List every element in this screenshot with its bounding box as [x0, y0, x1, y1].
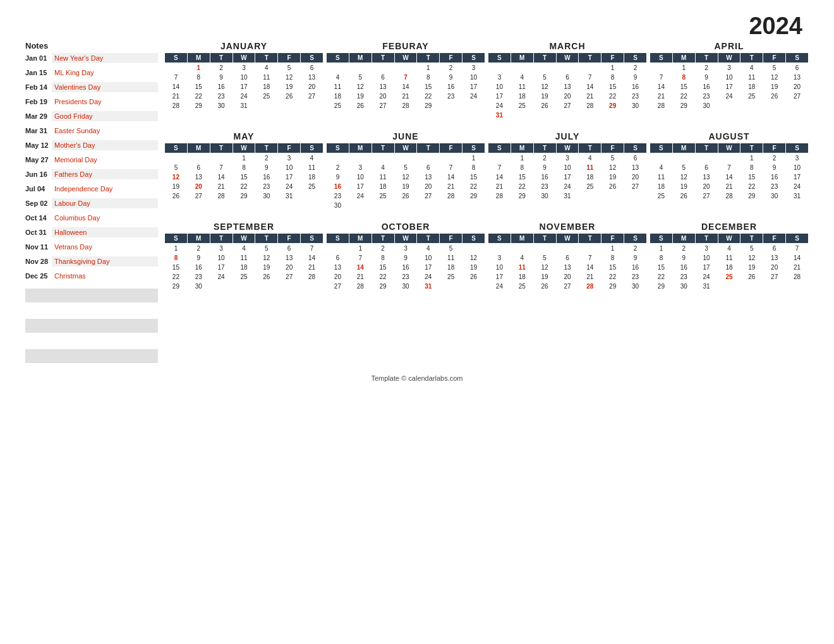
day-cell: 28: [650, 101, 673, 110]
day-cell: 16: [255, 172, 278, 182]
month-block: NOVEMBERSMTWTFS1234567891011121314151617…: [488, 222, 647, 291]
holiday-name: Independence Day: [52, 184, 158, 194]
day-cell: 4: [718, 244, 740, 254]
holiday-date: Mar 31: [25, 126, 52, 134]
day-cell: 22: [187, 92, 210, 101]
day-cell: 4: [511, 73, 533, 82]
day-cell: 14: [301, 253, 323, 263]
day-cell: 12: [394, 172, 417, 182]
day-cell: 1: [672, 63, 695, 73]
day-cell: [440, 101, 462, 110]
row1-months: JANUARYSMTWTFS12345678910111213141516171…: [164, 41, 809, 120]
day-cell: [624, 191, 647, 201]
day-cell: 21: [579, 92, 601, 101]
day-header: S: [786, 143, 809, 153]
day-cell: 2: [327, 163, 349, 172]
day-cell: 25: [255, 92, 278, 101]
day-cell: 10: [786, 163, 809, 172]
day-cell: 20: [624, 172, 647, 182]
day-cell: 12: [278, 73, 301, 82]
day-header: W: [394, 234, 417, 244]
day-cell: 12: [349, 82, 372, 92]
page: 2024 Notes Jan 01New Year's DayJan 15ML …: [0, 0, 834, 644]
day-cell: 8: [417, 73, 440, 82]
day-cell: [372, 153, 394, 164]
day-cell: 7: [165, 73, 188, 82]
day-header: T: [533, 143, 556, 153]
day-cell: 9: [624, 253, 647, 263]
day-cell: 30: [695, 101, 718, 110]
day-cell: 10: [349, 172, 372, 182]
month-block: JANUARYSMTWTFS12345678910111213141516171…: [164, 41, 323, 120]
day-cell: 19: [740, 263, 763, 272]
day-header: T: [579, 53, 601, 63]
day-cell: 20: [278, 263, 301, 272]
day-cell: 1: [650, 244, 673, 254]
holiday-name: Labour Day: [52, 198, 158, 208]
holidays-list: Jan 01New Year's DayJan 15ML King DayFeb…: [25, 53, 158, 285]
day-cell: 15: [740, 172, 763, 182]
day-cell: 30: [624, 282, 647, 291]
day-cell: 29: [511, 191, 533, 201]
day-header: M: [511, 234, 533, 244]
day-cell: 2: [533, 153, 556, 164]
day-header: F: [763, 53, 786, 63]
day-header: T: [740, 234, 763, 244]
day-cell: [394, 201, 417, 210]
day-cell: [556, 63, 579, 73]
day-cell: 18: [327, 92, 349, 101]
day-cell: 21: [786, 263, 809, 272]
day-cell: 30: [533, 191, 556, 201]
year-title: 2024: [25, 13, 809, 40]
day-cell: 21: [165, 92, 188, 101]
day-cell: 17: [278, 172, 301, 182]
day-header: M: [672, 143, 695, 153]
month-title: NOVEMBER: [488, 222, 647, 232]
month-title: FEBURAY: [326, 41, 485, 51]
day-cell: 3: [278, 153, 301, 164]
day-cell: 29: [233, 191, 255, 201]
day-header: T: [740, 53, 763, 63]
day-cell: 25: [327, 101, 349, 110]
day-cell: [349, 201, 372, 210]
day-cell: 17: [488, 92, 511, 101]
day-cell: 2: [210, 63, 233, 73]
notes-header: Notes: [25, 41, 158, 51]
day-cell: 23: [255, 182, 278, 191]
calendar-area: JANUARYSMTWTFS12345678910111213141516171…: [164, 41, 809, 364]
holiday-row: May 12Mother's Day: [25, 140, 158, 154]
day-cell: 26: [165, 191, 188, 201]
day-cell: 10: [233, 73, 255, 82]
day-cell: 28: [718, 191, 740, 201]
day-cell: 7: [394, 73, 417, 82]
holiday-row: Jun 16Fathers Day: [25, 169, 158, 183]
holiday-row: Jan 01New Year's Day: [25, 53, 158, 67]
day-cell: 30: [327, 201, 349, 210]
day-cell: 16: [533, 172, 556, 182]
day-cell: [210, 153, 233, 164]
day-cell: 19: [394, 182, 417, 191]
footer: Template © calendarlabs.com: [25, 374, 809, 382]
day-cell: [327, 153, 349, 164]
holiday-date: May 12: [25, 140, 52, 149]
day-cell: [533, 110, 556, 120]
day-cell: 24: [210, 272, 233, 282]
day-cell: 13: [763, 253, 786, 263]
day-cell: 13: [327, 263, 349, 272]
day-cell: 5: [740, 244, 763, 254]
day-cell: [556, 244, 579, 254]
day-cell: [417, 201, 440, 210]
day-header: S: [488, 53, 511, 63]
day-cell: 8: [462, 163, 485, 172]
day-cell: 18: [740, 82, 763, 92]
day-cell: 20: [327, 272, 349, 282]
day-cell: 25: [440, 272, 462, 282]
day-header: S: [301, 143, 323, 153]
day-cell: 19: [533, 272, 556, 282]
day-cell: 2: [187, 244, 210, 254]
day-cell: 30: [624, 101, 647, 110]
day-cell: 13: [417, 172, 440, 182]
day-cell: [462, 282, 485, 291]
day-cell: 7: [349, 253, 372, 263]
day-cell: 11: [233, 253, 255, 263]
